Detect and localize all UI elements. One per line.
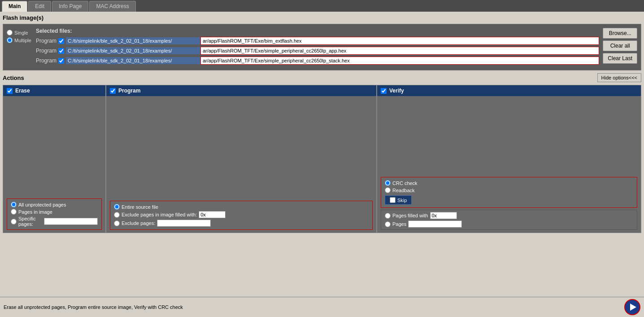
- verify-pages-filled-option: Pages filled with: [385, 212, 633, 219]
- verify-checkbox[interactable]: [381, 88, 387, 94]
- verify-skip-checkbox[interactable]: [390, 197, 396, 203]
- verify-panel: Verify CRC check Readback: [377, 85, 641, 233]
- file-row-1: Program C:/ti/simplelink/ble_sdk_2_02_01…: [36, 37, 599, 45]
- hide-options-button[interactable]: Hide options<<<: [597, 73, 641, 82]
- erase-label: Erase: [15, 88, 30, 94]
- program-panel-header: Program: [106, 85, 376, 96]
- program-label: Program: [118, 88, 140, 94]
- program-panel: Program Entire source file Exclude pages…: [106, 85, 377, 233]
- erase-option-specific: Specific pages:: [11, 216, 98, 227]
- file-path-left-2: C:/ti/simplelink/ble_sdk_2_02_01_18/exam…: [66, 47, 200, 54]
- flash-section-title: Flash image(s): [3, 14, 641, 21]
- verify-pages-filled-input[interactable]: [430, 212, 457, 219]
- program-option-exclude-filled: Exclude pages in image filled with:: [114, 211, 369, 218]
- program-label-1: Program: [36, 38, 57, 44]
- verify-skip-option: Skip: [385, 194, 633, 205]
- program-option-entire: Entire source file: [114, 204, 369, 210]
- verify-pages-option: Pages: [385, 220, 633, 228]
- verify-label: Verify: [389, 88, 404, 94]
- program-options-group: Entire source file Exclude pages in imag…: [110, 201, 373, 230]
- erase-specific-input[interactable]: [44, 218, 98, 225]
- verify-lower-options-group: Pages filled with Pages: [381, 210, 637, 230]
- program-checkbox-3[interactable]: [58, 58, 64, 64]
- program-exclude-pages-input[interactable]: [157, 220, 211, 227]
- actions-header: Actions Hide options<<<: [3, 73, 641, 82]
- multiple-option[interactable]: Multiple: [7, 37, 31, 43]
- verify-pages-input[interactable]: [408, 220, 462, 228]
- program-panel-footer: Entire source file Exclude pages in imag…: [106, 198, 376, 233]
- status-bar: Erase all unprotected pages, Program ent…: [0, 297, 644, 317]
- erase-option-all: All unprotected pages: [11, 202, 98, 207]
- program-exclude-filled-input[interactable]: [199, 211, 226, 218]
- erase-panel: Erase All unprotected pages Pages in ima…: [3, 85, 106, 233]
- erase-panel-body: [3, 96, 105, 196]
- play-button[interactable]: [624, 299, 640, 315]
- multiple-radio[interactable]: [7, 37, 13, 43]
- main-wrapper: Main Edit Info Page MAC Address Flash im…: [0, 0, 644, 317]
- verify-crc-option: CRC check: [385, 180, 633, 186]
- play-icon: [630, 304, 636, 311]
- verify-readback-radio[interactable]: [385, 187, 391, 193]
- flash-files-area: Selected files: Program C:/ti/simplelink…: [36, 28, 599, 66]
- program-panel-body: [106, 96, 376, 198]
- actions-panels: Erase All unprotected pages Pages in ima…: [3, 85, 641, 233]
- file-path-left-3: C:/ti/simplelink/ble_sdk_2_02_01_18/exam…: [66, 57, 200, 64]
- verify-skip-button[interactable]: Skip: [385, 195, 412, 205]
- file-path-right-3: ar/app/FlashROM_TFT/Exe/simple_periphera…: [200, 57, 599, 65]
- verify-crc-radio[interactable]: [385, 180, 391, 186]
- tab-mac-address[interactable]: MAC Address: [89, 1, 135, 12]
- status-text: Erase all unprotected pages, Program ent…: [4, 304, 183, 310]
- tab-main[interactable]: Main: [2, 1, 27, 12]
- clear-all-button[interactable]: Clear all: [603, 40, 637, 51]
- program-label-3: Program: [36, 57, 57, 64]
- single-radio[interactable]: [7, 30, 13, 35]
- single-option[interactable]: Single: [7, 30, 31, 35]
- actions-title: Actions: [3, 75, 24, 81]
- verify-panel-footer: CRC check Readback Skip: [377, 174, 641, 233]
- verify-panel-header: Verify: [377, 85, 641, 96]
- erase-checkbox[interactable]: [7, 88, 13, 94]
- file-row-2: Program C:/ti/simplelink/ble_sdk_2_02_01…: [36, 47, 599, 55]
- program-panel-checkbox[interactable]: [110, 88, 116, 94]
- program-checkbox-1[interactable]: [58, 38, 64, 44]
- file-path-left-1: C:/ti/simplelink/ble_sdk_2_02_01_18/exam…: [66, 37, 200, 44]
- main-content: Flash image(s) Single Multiple Selected …: [0, 12, 644, 236]
- file-row-3: Program C:/ti/simplelink/ble_sdk_2_02_01…: [36, 57, 599, 65]
- program-option-exclude-pages: Exclude pages:: [114, 220, 369, 227]
- verify-pages-radio[interactable]: [385, 221, 391, 227]
- verify-top-options-group: CRC check Readback Skip: [381, 177, 637, 208]
- file-path-right-2: ar/app/FlashROM_TFT/Exe/simple_periphera…: [200, 47, 599, 55]
- flash-section: Single Multiple Selected files: Program …: [3, 24, 641, 70]
- erase-options-group: All unprotected pages Pages in image Spe…: [7, 198, 102, 230]
- erase-pages-in-image-radio[interactable]: [11, 209, 17, 215]
- erase-option-pages-in-image: Pages in image: [11, 209, 98, 215]
- program-exclude-pages-radio[interactable]: [114, 220, 120, 226]
- program-label-2: Program: [36, 48, 57, 54]
- verify-readback-option: Readback: [385, 187, 633, 193]
- browse-button[interactable]: Browse...: [603, 28, 637, 39]
- erase-specific-radio[interactable]: [11, 219, 17, 225]
- erase-panel-footer: All unprotected pages Pages in image Spe…: [3, 196, 105, 233]
- verify-panel-body: [377, 96, 641, 174]
- program-exclude-filled-radio[interactable]: [114, 212, 120, 218]
- erase-all-radio[interactable]: [11, 202, 17, 207]
- file-path-right-1: ar/app/FlashROM_TFT/Exe/bim_extflash.hex: [200, 37, 599, 45]
- tab-edit[interactable]: Edit: [28, 1, 51, 12]
- flash-buttons: Browse... Clear all Clear Last: [603, 28, 637, 66]
- program-entire-radio[interactable]: [114, 204, 120, 210]
- verify-pages-filled-radio[interactable]: [385, 213, 391, 219]
- erase-panel-header: Erase: [3, 85, 105, 96]
- single-multiple-selector: Single Multiple: [7, 28, 31, 66]
- tab-info-page[interactable]: Info Page: [52, 1, 88, 12]
- selected-files-label: Selected files:: [36, 28, 599, 34]
- clear-last-button[interactable]: Clear Last: [603, 53, 637, 64]
- tab-bar: Main Edit Info Page MAC Address: [0, 0, 644, 12]
- program-checkbox-2[interactable]: [58, 48, 64, 54]
